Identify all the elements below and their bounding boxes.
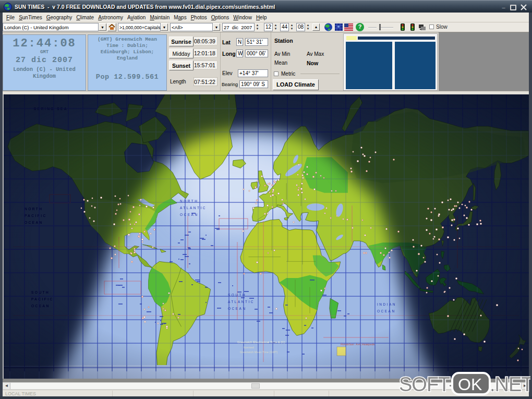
svg-text:SOFT-: SOFT- [399,373,455,395]
svg-text:OK: OK [458,375,482,394]
svg-text:.NET: .NET [490,373,530,395]
